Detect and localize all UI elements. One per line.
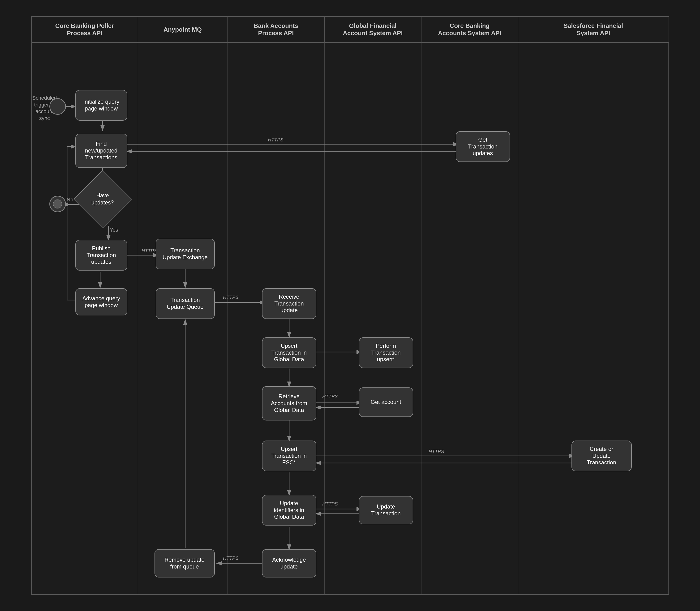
tx-update-exchange-node: TransactionUpdate Exchange xyxy=(156,239,215,269)
get-account-node: Get account xyxy=(359,387,413,417)
diagram-inner: Core Banking PollerProcess API Anypoint … xyxy=(31,16,669,595)
no-end-circle-inner xyxy=(53,199,62,208)
have-updates-container: Haveupdates? xyxy=(82,178,123,220)
retrieve-accounts-node: RetrieveAccounts fromGlobal Data xyxy=(262,386,316,420)
find-transactions-node: Findnew/updatedTransactions xyxy=(75,134,127,168)
perform-upsert-node: PerformTransactionupsert* xyxy=(359,337,413,368)
swimlane-core-banking-accounts xyxy=(421,43,518,594)
start-circle xyxy=(49,98,66,115)
diagram-container: Core Banking PollerProcess API Anypoint … xyxy=(0,0,700,611)
swimlane-salesforce xyxy=(518,43,669,594)
swimlanes: HTTPS HTTPS HTTPS HTTPS HTTPS HTTPS HTTP… xyxy=(32,43,669,594)
publish-updates-node: PublishTransactionupdates xyxy=(75,240,127,271)
tx-update-queue-node: TransactionUpdate Queue xyxy=(156,288,215,319)
col-header-global-financial: Global FinancialAccount System API xyxy=(325,17,421,42)
col-header-core-banking-accounts: Core BankingAccounts System API xyxy=(421,17,518,42)
col-header-salesforce: Salesforce FinancialSystem API xyxy=(518,17,669,42)
acknowledge-update-node: Acknowledgeupdate xyxy=(262,549,316,578)
receive-tx-update-node: ReceiveTransactionupdate xyxy=(262,288,316,319)
have-updates-text: Haveupdates? xyxy=(82,178,123,220)
swimlane-core-banking-poller xyxy=(32,43,138,594)
get-tx-updates-node: GetTransactionupdates xyxy=(456,131,510,162)
create-update-tx-node: Create orUpdateTransaction xyxy=(571,441,632,471)
col-header-bank-accounts: Bank AccountsProcess API xyxy=(228,17,325,42)
remove-from-queue-node: Remove updatefrom queue xyxy=(155,549,215,578)
no-end-circle xyxy=(49,196,66,212)
init-query-node: Initialize querypage window xyxy=(75,90,127,121)
update-identifiers-node: Updateidentifiers inGlobal Data xyxy=(262,495,316,525)
column-headers: Core Banking PollerProcess API Anypoint … xyxy=(32,17,669,43)
upsert-tx-fsc-node: UpsertTransaction inFSC* xyxy=(262,441,316,471)
upsert-tx-global-node: UpsertTransaction inGlobal Data xyxy=(262,337,316,368)
col-header-core-banking-poller: Core Banking PollerProcess API xyxy=(32,17,138,42)
update-transaction-node: UpdateTransaction xyxy=(359,496,413,524)
advance-query-node: Advance querypage window xyxy=(75,288,127,315)
col-header-anypoint-mq: Anypoint MQ xyxy=(138,17,228,42)
